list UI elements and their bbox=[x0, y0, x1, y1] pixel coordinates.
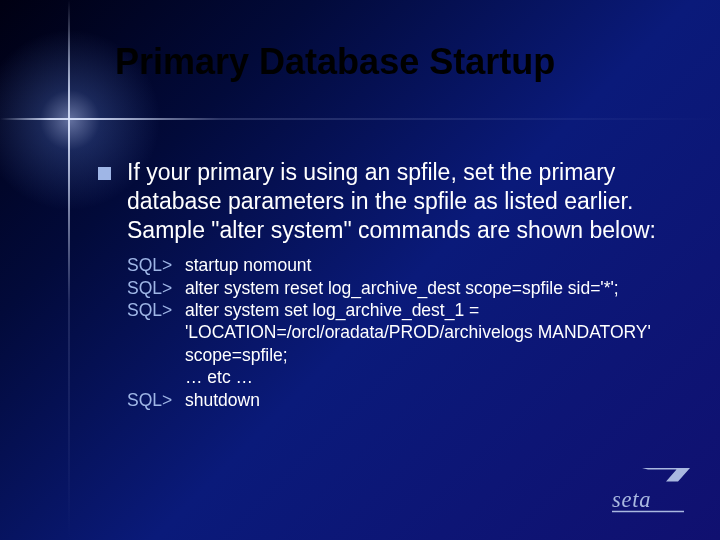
sql-block: SQL> startup nomount SQL> alter system r… bbox=[127, 254, 670, 411]
sql-text: alter system reset log_archive_dest scop… bbox=[185, 277, 670, 299]
sql-line: SQL> startup nomount bbox=[127, 254, 670, 276]
sql-line: SQL> alter system set log_archive_dest_1… bbox=[127, 299, 670, 366]
square-bullet-icon bbox=[98, 167, 111, 180]
sql-line: SQL> alter system reset log_archive_dest… bbox=[127, 277, 670, 299]
slide: Primary Database Startup If your primary… bbox=[0, 0, 720, 540]
bullet-item: If your primary is using an spfile, set … bbox=[98, 158, 670, 244]
slide-content: If your primary is using an spfile, set … bbox=[98, 158, 670, 411]
sql-text: startup nomount bbox=[185, 254, 670, 276]
sql-text: alter system set log_archive_dest_1 = 'L… bbox=[185, 299, 670, 366]
decor-horizontal-line bbox=[0, 118, 720, 120]
sql-line: … etc … bbox=[127, 366, 670, 388]
sql-prompt: SQL> bbox=[127, 277, 185, 299]
sql-line: SQL> shutdown bbox=[127, 389, 670, 411]
seta-logo: seta bbox=[606, 462, 696, 522]
sql-prompt: SQL> bbox=[127, 389, 185, 411]
sql-prompt: SQL> bbox=[127, 254, 185, 276]
slide-title: Primary Database Startup bbox=[115, 42, 680, 82]
logo-text: seta bbox=[612, 487, 651, 512]
sql-prompt: SQL> bbox=[127, 299, 185, 321]
bullet-text: If your primary is using an spfile, set … bbox=[127, 158, 670, 244]
decor-vertical-line bbox=[68, 0, 70, 540]
sql-text: … etc … bbox=[185, 366, 670, 388]
logo-roof-icon bbox=[642, 468, 690, 482]
sql-text: shutdown bbox=[185, 389, 670, 411]
